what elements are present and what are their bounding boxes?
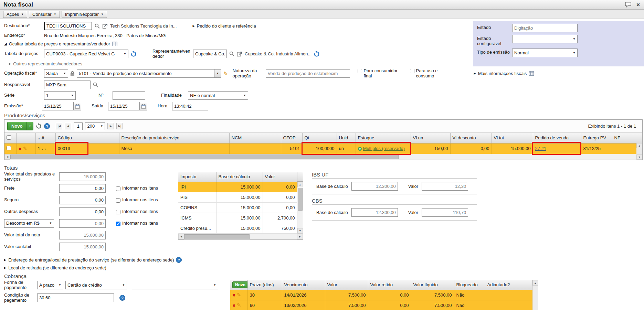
col-pedido-venda[interactable]: Pedido de venda <box>533 133 581 143</box>
refresh-icon[interactable] <box>36 123 42 129</box>
col-valor[interactable]: Valor <box>325 280 368 290</box>
destinatario-field[interactable] <box>44 22 92 30</box>
col-imposto[interactable]: Imposto <box>178 172 216 182</box>
estado-configuravel-select[interactable]: ▼ <box>512 35 578 43</box>
meio-pagamento-select[interactable]: Cartão de crédito ▼ <box>65 281 127 289</box>
col-base-calculo[interactable]: Base de cálculo <box>216 172 263 182</box>
novo-parcela-button[interactable]: Novo <box>232 281 247 288</box>
hora-field[interactable] <box>172 102 208 110</box>
valor-total-nota-field[interactable] <box>59 231 106 239</box>
finalidade-select[interactable]: NF-e normal ▼ <box>188 91 248 100</box>
chevron-down-icon[interactable]: ▼ <box>214 69 221 78</box>
edit-row-icon[interactable]: ✎ <box>237 292 241 298</box>
scroll-down-icon[interactable]: ▼ <box>636 154 642 160</box>
cbs-valor-field[interactable] <box>422 208 468 217</box>
col-ncm[interactable]: NCM <box>229 133 281 143</box>
edit-row-icon[interactable]: ✎ <box>23 146 27 151</box>
open-record-icon[interactable] <box>237 51 243 57</box>
scroll-up-icon[interactable]: ▲ <box>532 280 538 286</box>
ibs-base-field[interactable] <box>351 182 398 191</box>
impostos-vertical-scrollbar[interactable]: ▲ ▼ <box>297 172 303 234</box>
col-cfop[interactable]: CFOP <box>281 133 302 143</box>
edit-pencil-icon[interactable]: ✎ <box>223 71 228 77</box>
delete-row-icon[interactable]: ✖ <box>232 303 235 308</box>
mais-informacoes-fiscais-link[interactable]: ▶ Mais informações fiscais <box>474 71 534 76</box>
local-retirada-link[interactable]: ▶ Local de retirada (se diferente do end… <box>4 265 644 270</box>
page-size-select[interactable]: 200 ▼ <box>85 122 105 130</box>
outras-despesas-informar-checkbox[interactable] <box>116 210 120 214</box>
tipo-emissao-select[interactable]: Normal ▼ <box>512 49 578 57</box>
search-icon[interactable] <box>93 82 98 88</box>
col-vencimento[interactable]: Vencimento <box>282 280 325 290</box>
menu-consultar[interactable]: Consultar ▼ <box>29 11 60 18</box>
emissao-field[interactable] <box>42 102 74 110</box>
prev-page-button[interactable]: ◀ <box>65 123 71 129</box>
operacao-tipo-select[interactable]: Saída ▼ <box>44 69 68 78</box>
estoque-link[interactable]: Múltiplos (reservado) <box>363 146 405 151</box>
product-row[interactable]: ✖ ✎ 1▲▼ 00013 Mesa 5101 100,0000 un Múlt… <box>4 143 642 154</box>
edit-row-icon[interactable]: ✎ <box>237 302 241 308</box>
row-select-checkbox[interactable] <box>7 146 11 150</box>
col-vl-desconto[interactable]: Vl desconto <box>450 133 492 143</box>
scroll-up-icon[interactable]: ▲ <box>297 182 303 187</box>
seguro-informar-checkbox[interactable] <box>116 198 120 203</box>
products-horizontal-scrollbar[interactable]: ◀ ▶ <box>4 154 642 160</box>
imposto-row[interactable]: COFINS 15.000,00 0,00 <box>178 202 297 213</box>
para-uso-consumo-checkbox[interactable] <box>410 69 414 73</box>
refresh-icon[interactable] <box>314 51 320 57</box>
col-qt[interactable]: Qt <box>302 133 337 143</box>
valor-contabil-field[interactable] <box>59 243 106 251</box>
col-entrega-pv[interactable]: Entrega PV <box>581 133 612 143</box>
search-icon[interactable] <box>229 51 235 57</box>
condicao-pagamento-field[interactable] <box>37 293 114 302</box>
frete-field[interactable] <box>59 184 106 193</box>
help-icon[interactable]: ? <box>44 123 50 129</box>
scrollbar-thumb[interactable] <box>298 188 303 211</box>
parcela-row[interactable]: ✖ ✎ 30 14/01/2026 7.500,00 0,00 7.500,00… <box>230 290 532 300</box>
col-bloqueado[interactable]: Bloqueado <box>454 280 485 290</box>
page-number-field[interactable] <box>74 122 83 130</box>
novo-button[interactable]: Novo ▼ <box>7 122 33 130</box>
bandeira-select[interactable]: ▼ <box>132 281 218 289</box>
col-adiantado[interactable]: Adiantado? <box>485 280 532 290</box>
close-icon[interactable]: × <box>636 2 640 8</box>
move-up-down-icons[interactable]: ▲▼ <box>41 148 47 150</box>
menu-acoes[interactable]: Ações ▼ <box>3 11 27 18</box>
comment-icon[interactable] <box>625 2 632 8</box>
col-unid[interactable]: Unid <box>337 133 356 143</box>
imposto-row[interactable]: IPI 15.000,00 0,00 <box>178 182 297 192</box>
cobranca-vertical-scrollbar[interactable]: ▲ <box>532 280 538 310</box>
refresh-icon[interactable] <box>130 51 137 57</box>
calendar-icon[interactable] <box>74 102 81 110</box>
endereco-entrega-link[interactable]: ▶ Endereço de entrega/local de prestação… <box>4 257 644 263</box>
select-all-checkbox[interactable] <box>7 135 11 140</box>
seguro-field[interactable] <box>59 196 106 204</box>
col-select[interactable] <box>4 133 16 143</box>
col-num[interactable]: ▲ # <box>35 133 55 143</box>
numero-field[interactable] <box>113 91 145 100</box>
pedido-cliente-link[interactable]: ▶ Pedido do cliente e referência <box>192 23 256 29</box>
scroll-down-icon[interactable]: ▼ <box>297 228 303 234</box>
impostos-horizontal-scrollbar[interactable]: ◀ ▶ <box>178 234 303 239</box>
first-page-button[interactable]: |◀ <box>56 123 62 129</box>
scroll-left-icon[interactable]: ◀ <box>4 154 10 160</box>
forma-pagamento-select[interactable]: A prazo ▼ <box>37 281 63 289</box>
col-descricao[interactable]: Descrição do produto/serviço <box>119 133 229 143</box>
desconto-informar-checkbox[interactable] <box>116 222 120 226</box>
col-nf[interactable]: NF <box>612 133 642 143</box>
col-vl-un[interactable]: Vl un <box>411 133 450 143</box>
novo-dropdown-arrow-icon[interactable]: ▼ <box>27 122 33 130</box>
help-icon[interactable]: ? <box>119 295 125 301</box>
scroll-right-icon[interactable]: ▶ <box>297 234 303 239</box>
next-page-button[interactable]: ▶ <box>107 123 114 129</box>
menu-imprimir-exportar[interactable]: Imprimir/exportar ▼ <box>62 11 107 18</box>
scroll-left-icon[interactable]: ◀ <box>178 234 184 239</box>
scroll-up-icon[interactable]: ▲ <box>636 143 642 148</box>
col-valor[interactable]: Valor <box>263 172 297 182</box>
open-record-icon[interactable] <box>102 23 108 29</box>
parcela-row[interactable]: ✖ ✎ 60 13/02/2026 7.500,00 0,00 7.500,00… <box>230 300 532 310</box>
ibs-valor-field[interactable] <box>422 182 468 191</box>
para-consumidor-final-checkbox[interactable] <box>358 69 362 73</box>
col-valor-retido[interactable]: Valor retido <box>368 280 411 290</box>
estado-field[interactable] <box>512 24 578 32</box>
